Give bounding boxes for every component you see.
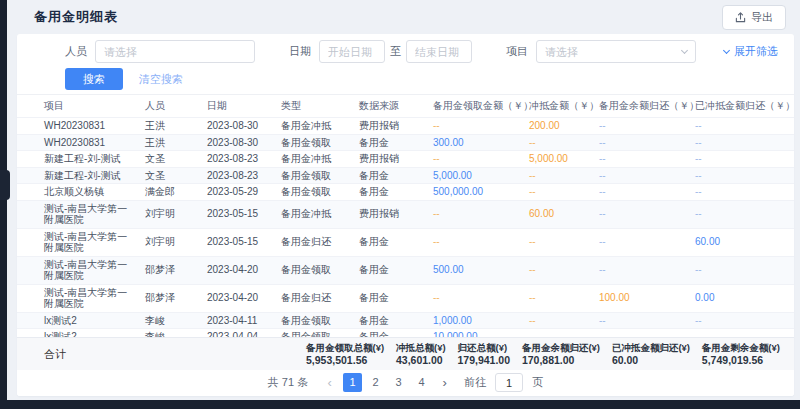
cell-amount-offset: -- [521,312,591,329]
page-button-2[interactable]: 2 [366,373,385,392]
date-range: 至 [319,40,472,63]
cell-amount-received: -- [425,151,521,168]
cell-source: 备用金 [351,184,425,201]
page-header: 备用金明细表 导出 [7,0,800,34]
table-row: 北京顺义杨镇 满金郎 2023-05-29 备用金领取 备用金 500,000.… [17,184,794,201]
person-filter-input[interactable] [95,40,255,63]
cell-amount-received[interactable]: 1,000.00 [425,312,521,329]
page-button-4[interactable]: 4 [412,373,431,392]
next-page-button[interactable]: › [435,373,454,392]
summary-item-label: 冲抵总额(¥) [396,341,446,354]
cell-amount-received[interactable]: 10,000.00 [425,329,521,338]
cell-amount-offset-returned: -- [687,167,794,184]
cell-date: 2023-08-30 [199,118,273,135]
cell-amount-balance-returned: -- [591,200,687,228]
table-row: 测试-南昌大学第一附属医院 刘宇明 2023-05-15 备用金归还 备用金 -… [17,228,794,256]
expand-filters-link[interactable]: 展开筛选 [724,44,778,59]
cell-amount-balance-returned: -- [591,134,687,151]
summary-item-label: 备用金余额归还(¥) [522,341,600,354]
drawer-handle[interactable] [0,170,10,200]
cell-amount-offset-returned[interactable]: 60.00 [687,228,794,256]
cell-amount-received[interactable]: 500,000.00 [425,184,521,201]
column-header: 项目 [17,95,137,118]
cell-amount-balance-returned: -- [591,312,687,329]
cell-source: 备用金 [351,284,425,312]
cell-amount-received: -- [425,200,521,228]
search-button[interactable]: 搜索 [65,68,123,90]
cell-source: 备用金 [351,329,425,338]
cell-source: 备用金 [351,256,425,284]
summary-item-value: 5,953,501.56 [306,354,384,367]
cell-person: 王洪 [137,118,199,135]
summary-item-label: 备用金剩余金额(¥) [702,341,780,354]
cell-amount-received[interactable]: 5,000.00 [425,167,521,184]
cell-date: 2023-05-29 [199,184,273,201]
cell-amount-received[interactable]: 300.00 [425,134,521,151]
cell-type: 备用金领取 [273,256,351,284]
column-header: 数据来源 [351,95,425,118]
summary-item-label: 已冲抵金额归还(¥) [612,341,690,354]
project-filter-label: 项目 [506,44,528,59]
cell-amount-offset: -- [521,184,591,201]
export-button[interactable]: 导出 [722,5,786,30]
summary-item-value: 43,601.00 [396,354,446,367]
summary-row: 合计 备用金领取总额(¥)5,953,501.56冲抵总额(¥)43,601.0… [17,337,794,370]
summary-item-value: 60.00 [612,354,690,367]
cell-person: 李峻 [137,329,199,338]
cell-amount-received[interactable]: 500.00 [425,256,521,284]
cell-project: 新建工程-刘-测试 [17,167,137,184]
cell-date: 2023-08-23 [199,151,273,168]
table-container[interactable]: 项目人员日期类型数据来源备用金领取金额（￥）冲抵金额（￥）备用金余额归还（￥）已… [17,94,794,337]
page-button-1[interactable]: 1 [343,373,362,392]
summary-item-value: 5,749,019.56 [702,354,780,367]
summary-total-label: 合计 [44,347,306,362]
detail-table: 项目人员日期类型数据来源备用金领取金额（￥）冲抵金额（￥）备用金余额归还（￥）已… [17,95,794,337]
chevron-down-icon [723,46,730,53]
cell-type: 备用金归还 [273,228,351,256]
page-title: 备用金明细表 [34,8,118,26]
cell-project: lx测试2 [17,329,137,338]
date-filter-label: 日期 [289,44,311,59]
export-icon [735,12,746,23]
clear-search-button[interactable]: 清空搜索 [131,68,191,90]
cell-amount-balance-returned: -- [591,118,687,135]
cell-amount-received: -- [425,118,521,135]
cell-source: 备用金 [351,167,425,184]
cell-amount-offset[interactable]: 60.00 [521,200,591,228]
table-row: 新建工程-刘-测试 文圣 2023-08-23 备用金领取 备用金 5,000.… [17,167,794,184]
cell-person: 李峻 [137,312,199,329]
summary-item: 备用金领取总额(¥)5,953,501.56 [306,341,384,367]
goto-page-input[interactable] [495,373,523,392]
cell-type: 备用金领取 [273,329,351,338]
cell-amount-received: -- [425,284,521,312]
cell-amount-offset: -- [521,167,591,184]
summary-items: 备用金领取总额(¥)5,953,501.56冲抵总额(¥)43,601.00归还… [306,341,780,367]
page-button-3[interactable]: 3 [389,373,408,392]
cell-amount-offset-returned: -- [687,329,794,338]
goto-label: 前往 [464,375,486,390]
person-filter-label: 人员 [65,44,87,59]
cell-type: 备用金领取 [273,134,351,151]
cell-project: 测试-南昌大学第一附属医院 [17,256,137,284]
cell-amount-offset: -- [521,329,591,338]
summary-item-value: 179,941.00 [457,354,510,367]
cell-amount-balance-returned: -- [591,184,687,201]
prev-page-button[interactable]: ‹ [320,373,339,392]
table-row: 测试-南昌大学第一附属医院 刘宇明 2023-05-15 备用金冲抵 费用报销 … [17,200,794,228]
cell-amount-balance-returned[interactable]: 100.00 [591,284,687,312]
cell-amount-offset: -- [521,256,591,284]
cell-amount-offset-returned[interactable]: 0.00 [687,284,794,312]
date-end-input[interactable] [406,40,472,63]
project-filter-select[interactable] [536,40,696,63]
table-row: WH20230831 王洪 2023-08-30 备用金领取 备用金 300.0… [17,134,794,151]
cell-date: 2023-05-15 [199,228,273,256]
cell-amount-offset[interactable]: 5,000.00 [521,151,591,168]
cell-amount-offset[interactable]: 200.00 [521,118,591,135]
cell-amount-offset-returned: -- [687,200,794,228]
project-select-input[interactable] [536,40,696,63]
cell-date: 2023-08-30 [199,134,273,151]
filter-bar: 人员 日期 至 项目 展开筛选 [17,34,794,64]
date-start-input[interactable] [319,40,385,63]
cell-amount-offset-returned: -- [687,134,794,151]
cell-amount-offset: -- [521,284,591,312]
